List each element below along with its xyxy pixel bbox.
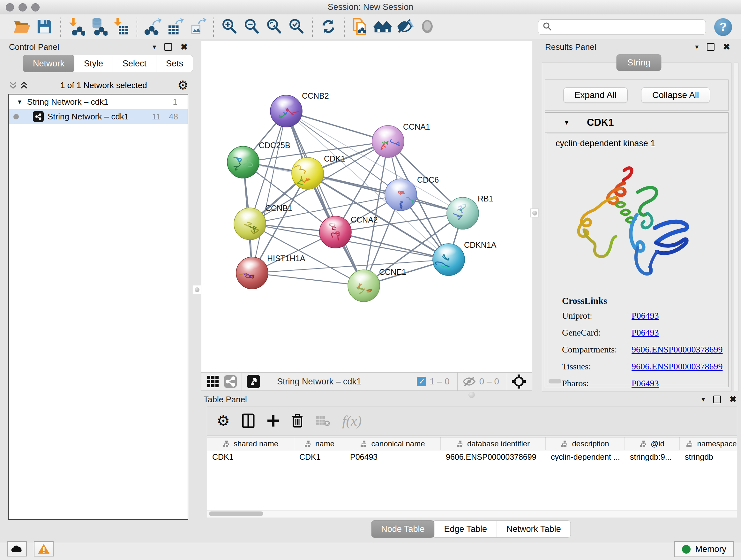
column-header-namespace[interactable]: namespace [680,437,737,450]
import-table-file-button[interactable] [110,17,132,38]
tab-style[interactable]: Style [74,55,113,72]
table-panel: Table Panel ▾ ✖ ⚙ f(x) shared namenameca… [201,393,741,540]
open-session-button[interactable] [11,17,33,38]
clone-network-button[interactable] [349,17,372,38]
node-label-CCNB1: CCNB1 [265,204,292,212]
float-panel-icon[interactable]: ▾ [701,396,705,403]
pan-crosshair-icon[interactable] [512,374,526,389]
column-header-shared-name[interactable]: shared name [207,437,294,450]
selected-checkbox[interactable]: ✓ [417,377,426,386]
gene-card-header[interactable]: ▾ CDK1 [545,113,728,133]
table-cell: stringdb [680,450,737,464]
node-RB1[interactable]: RB1 [447,194,493,229]
import-network-icon [67,17,85,37]
edge-HIST1H1A-CCNE1[interactable] [252,273,364,286]
tab-string[interactable]: String [616,54,661,71]
node-HIST1H1A[interactable]: HIST1H1A [233,254,305,289]
close-panel-icon[interactable]: ✖ [723,43,730,51]
node-label-CDK1: CDK1 [324,154,345,163]
control-panel: Control Panel ▾ ✖ NetworkStyleSelectSets… [3,41,192,532]
network-row[interactable]: String Network – cdk1 11 48 [9,109,188,124]
tab-select[interactable]: Select [113,55,156,72]
gene-collapse-icon[interactable]: ▾ [565,119,568,126]
network-view[interactable]: CCNB2CCNA1CDC25BCDK1CDC6RB1CCNB1CCNA2CDK… [201,41,532,372]
node-CCNE1[interactable]: CCNE1 [348,267,406,302]
crosslink-link[interactable]: 9606.ENSP00000378699 [631,345,723,355]
maximize-panel-icon[interactable] [707,43,715,51]
eye-disabled-icon [419,18,436,36]
zoom-selected-button[interactable] [285,17,308,38]
tab-network[interactable]: Network [23,55,74,72]
function-builder-icon[interactable]: f(x) [342,413,361,429]
cloud-button[interactable] [7,541,27,557]
crosslink-link[interactable]: P06493 [631,327,659,338]
node-CCNB1[interactable]: CCNB1 [234,204,292,240]
column-header-database-identifier[interactable]: database identifier [441,437,546,450]
import-table-icon [112,17,130,37]
right-splitter-grip[interactable] [530,208,539,217]
hide-selected-button[interactable] [394,17,416,38]
grid-view-icon[interactable] [206,375,219,388]
expand-all-button[interactable]: Expand All [563,87,628,103]
help-button[interactable]: ? [714,18,732,36]
delete-column-icon[interactable] [292,414,303,428]
collection-expand-icon[interactable]: ▾ [18,98,21,105]
import-network-database-button[interactable] [87,17,110,38]
close-panel-icon[interactable]: ✖ [180,43,188,51]
zoom-out-button[interactable] [241,17,263,38]
crosslink-link[interactable]: 9606.ENSP00000378699 [631,361,723,372]
table-options-gear-icon[interactable]: ⚙ [217,414,230,428]
save-session-button[interactable] [33,17,56,38]
crosslink-link[interactable]: P06493 [631,378,659,388]
zoom-fit-button[interactable] [263,17,285,38]
table-row[interactable]: CDK1CDK1P064939606.ENSP00000378699cyclin… [207,450,737,464]
search-input[interactable] [552,22,702,32]
expand-all-icon[interactable] [19,80,30,90]
column-header-description[interactable]: description [546,437,625,450]
maximize-panel-icon[interactable] [713,395,721,403]
results-panel-scrollbar[interactable] [734,63,738,391]
column-header-name[interactable]: name [294,437,345,450]
node-CDC25B[interactable]: CDC25B [227,141,290,178]
network-options-gear-icon[interactable]: ⚙ [178,79,188,91]
node-CCNA2[interactable]: CCNA2 [320,215,378,248]
first-neighbors-button[interactable] [372,17,394,38]
warnings-button[interactable] [34,541,54,557]
hidden-eye-icon [462,376,476,387]
show-hidden-button[interactable] [416,17,439,38]
export-network-button[interactable] [142,17,164,38]
export-table-button[interactable] [164,17,186,38]
column-header-canonical-name[interactable]: canonical name [345,437,441,450]
crosslink-link[interactable]: P06493 [631,311,659,321]
network-collection-row[interactable]: ▾ String Network – cdk1 1 [9,95,188,109]
delete-table-icon[interactable] [315,415,330,427]
zoom-in-button[interactable] [218,17,241,38]
table-horizontal-scrollbar[interactable] [207,510,737,518]
show-columns-icon[interactable] [242,414,255,428]
float-panel-icon[interactable]: ▾ [695,44,698,51]
card-horizontal-scrollbar[interactable] [549,379,561,383]
node-CDKN1A[interactable]: CDKN1A [433,240,496,275]
collapse-all-button[interactable]: Collapse All [641,87,710,103]
scrollbar-thumb[interactable] [209,511,263,516]
tab-network-table[interactable]: Network Table [497,520,571,538]
collapse-all-icon[interactable] [8,80,19,90]
import-network-file-button[interactable] [65,17,87,38]
node-CCNA1[interactable]: CCNA1 [372,122,430,158]
hidden-counter: 0 – 0 [479,376,499,387]
tab-node-table[interactable]: Node Table [371,520,434,538]
maximize-panel-icon[interactable] [164,43,172,51]
column-header-id[interactable]: @id [625,437,680,450]
export-image-button[interactable] [186,17,209,38]
edge-CCNB2-HIST1H1A[interactable] [252,111,286,273]
add-column-icon[interactable] [267,415,280,427]
float-panel-icon[interactable]: ▾ [152,44,156,51]
left-splitter-grip[interactable] [193,285,201,294]
tab-sets[interactable]: Sets [156,55,193,72]
close-panel-icon[interactable]: ✖ [729,395,737,404]
birds-eye-view-icon[interactable] [246,374,260,388]
memory-button[interactable]: Memory [674,541,734,557]
apply-layout-button[interactable] [317,17,340,38]
tab-edge-table[interactable]: Edge Table [434,520,497,538]
export-image-icon [189,17,206,37]
